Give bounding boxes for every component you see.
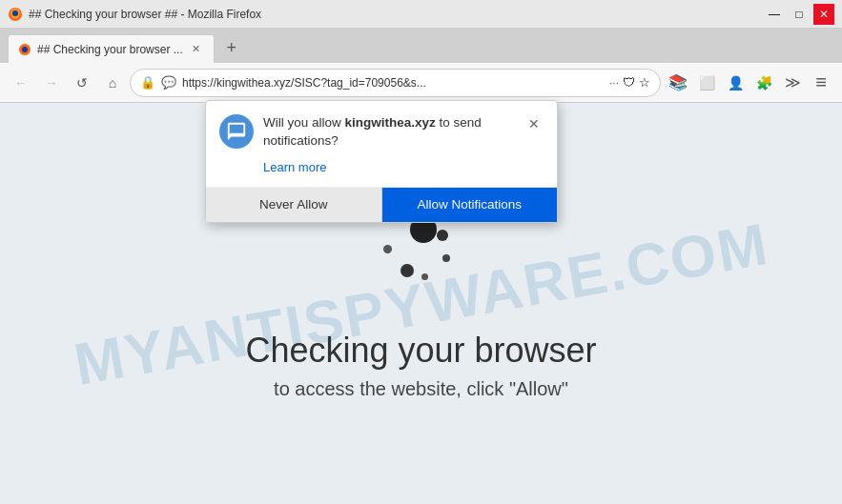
url-actions: ··· 🛡 ☆ bbox=[609, 75, 650, 90]
account-button[interactable]: 👤 bbox=[722, 70, 749, 96]
close-button[interactable]: ✕ bbox=[813, 4, 834, 25]
notification-popup: Will you allow kingwithea.xyz to send no… bbox=[205, 100, 558, 223]
popup-message: Will you allow kingwithea.xyz to send no… bbox=[263, 114, 515, 151]
page-subtitle: to access the website, click "Allow" bbox=[274, 378, 568, 400]
never-allow-button[interactable]: Never Allow bbox=[206, 188, 382, 222]
url-bar[interactable]: 🔒 💬 https://kingwithea.xyz/SISC?tag_id=7… bbox=[130, 69, 661, 97]
synced-tabs-button[interactable]: ⬜ bbox=[693, 70, 720, 96]
lock-icon: 🔒 bbox=[140, 75, 155, 90]
page-title: Checking your browser bbox=[245, 331, 596, 371]
popup-domain: kingwithea.xyz bbox=[345, 115, 436, 130]
popup-header: Will you allow kingwithea.xyz to send no… bbox=[206, 101, 557, 158]
url-text: https://kingwithea.xyz/SISC?tag_id=70905… bbox=[182, 76, 604, 90]
orange-dot-badge bbox=[765, 77, 770, 83]
popup-chat-icon bbox=[219, 114, 254, 149]
tab-close-button[interactable]: ✕ bbox=[189, 42, 204, 57]
shield-icon[interactable]: 🛡 bbox=[623, 75, 635, 90]
title-bar: ## Checking your browser ## - Mozilla Fi… bbox=[0, 0, 842, 29]
maximize-button[interactable]: □ bbox=[789, 4, 810, 25]
back-button[interactable]: ← bbox=[8, 70, 34, 96]
library-button[interactable]: 📚 bbox=[665, 70, 691, 96]
extensions-button[interactable]: 🧩 bbox=[750, 70, 777, 96]
bookmark-icon[interactable]: ☆ bbox=[639, 75, 650, 90]
tab-bar: ## Checking your browser ... ✕ + bbox=[0, 29, 842, 63]
popup-message-prefix: Will you allow bbox=[263, 115, 345, 130]
notification-permission-icon: 💬 bbox=[161, 75, 176, 90]
menu-button[interactable]: ≡ bbox=[808, 70, 834, 96]
learn-more-link[interactable]: Learn more bbox=[263, 160, 326, 174]
window-controls: — □ ✕ bbox=[764, 4, 834, 25]
nav-right-icons: 📚 ⬜ 👤 🧩 ≫ ≡ bbox=[665, 70, 834, 96]
popup-buttons: Never Allow Allow Notifications bbox=[206, 187, 557, 222]
tab-favicon-icon bbox=[18, 43, 31, 56]
forward-button[interactable]: → bbox=[38, 70, 65, 96]
url-more-icon[interactable]: ··· bbox=[609, 76, 619, 90]
popup-close-button[interactable]: ✕ bbox=[524, 114, 544, 133]
firefox-icon bbox=[8, 7, 23, 22]
popup-learn-more: Learn more bbox=[206, 158, 557, 187]
home-button[interactable]: ⌂ bbox=[99, 70, 126, 96]
overflow-button[interactable]: ≫ bbox=[779, 70, 806, 96]
window-title: ## Checking your browser ## - Mozilla Fi… bbox=[29, 8, 261, 21]
tab-label: ## Checking your browser ... bbox=[37, 43, 183, 56]
minimize-button[interactable]: — bbox=[764, 4, 785, 25]
nav-bar: ← → ↺ ⌂ 🔒 💬 https://kingwithea.xyz/SISC?… bbox=[0, 63, 842, 103]
svg-point-1 bbox=[12, 10, 18, 16]
title-bar-left: ## Checking your browser ## - Mozilla Fi… bbox=[8, 7, 261, 22]
active-tab[interactable]: ## Checking your browser ... ✕ bbox=[8, 34, 215, 63]
svg-point-3 bbox=[22, 47, 28, 52]
allow-notifications-button[interactable]: Allow Notifications bbox=[382, 188, 558, 222]
new-tab-button[interactable]: + bbox=[218, 34, 245, 61]
reload-button[interactable]: ↺ bbox=[69, 70, 95, 96]
